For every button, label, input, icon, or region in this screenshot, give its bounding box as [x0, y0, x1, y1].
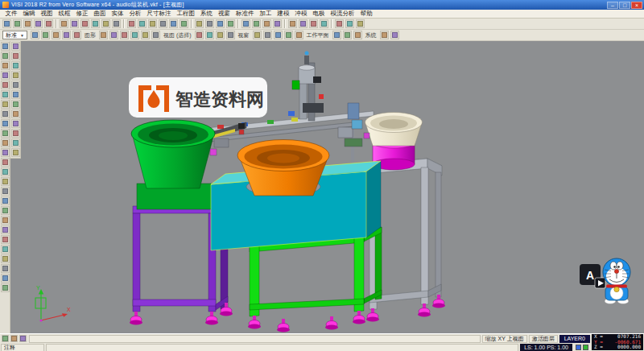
rotate-tool-icon[interactable] [1, 187, 10, 196]
calculator-icon[interactable] [335, 19, 344, 28]
paste-icon[interactable] [80, 19, 89, 28]
measure-icon[interactable] [320, 19, 328, 28]
mirror-tool-icon[interactable] [1, 167, 10, 176]
polyline-tool-icon[interactable] [1, 71, 10, 80]
undo-icon[interactable] [91, 19, 100, 28]
menu-item-15[interactable]: 冲模 [292, 10, 310, 18]
solid-shell-icon[interactable] [11, 109, 20, 118]
chamfer-tool-icon[interactable] [1, 158, 10, 167]
new-file-icon[interactable] [2, 19, 11, 28]
menu-item-11[interactable]: 视窗 [216, 10, 233, 18]
properties-tool-icon[interactable] [1, 283, 10, 292]
select-edge-icon[interactable] [120, 31, 129, 39]
status-note-field[interactable]: 注释 [1, 344, 44, 351]
print-preview-icon[interactable] [44, 19, 53, 28]
zoom-fit-icon[interactable] [148, 19, 157, 28]
system-info-icon[interactable] [353, 31, 362, 39]
menu-item-5[interactable]: 曲面 [91, 10, 109, 18]
delete-icon[interactable] [112, 19, 121, 28]
surface-loft-icon[interactable] [11, 61, 20, 70]
menu-item-14[interactable]: 建模 [275, 10, 292, 18]
pan-view-icon[interactable] [169, 19, 178, 28]
workplane-top-icon[interactable] [253, 31, 262, 39]
cad-viewport[interactable]: 智造资料网 A [10, 41, 644, 333]
fillet-tool-icon[interactable] [1, 148, 10, 157]
menu-item-18[interactable]: 帮助 [357, 10, 375, 18]
rectangle-create-icon[interactable] [72, 31, 81, 39]
window-cascade-icon[interactable] [216, 31, 225, 39]
title-bar[interactable]: VISI 2018 R2 from Vero Software x64 - au… [0, 0, 644, 10]
point-tool-icon[interactable] [1, 52, 10, 60]
copy-icon[interactable] [70, 19, 79, 28]
menu-item-4[interactable]: 修正 [73, 10, 91, 18]
zoom-in-icon[interactable] [127, 19, 136, 28]
help-icon[interactable] [356, 19, 365, 28]
close-button[interactable]: × [631, 2, 642, 9]
surface-revolve-icon[interactable] [11, 52, 20, 60]
feature-pattern-icon[interactable] [11, 129, 20, 138]
view-isometric-icon[interactable] [195, 19, 204, 28]
surface-sweep-icon[interactable] [11, 71, 20, 80]
delete-tool-icon[interactable] [1, 216, 10, 225]
entity-snap-icon[interactable] [19, 335, 27, 342]
print-icon[interactable] [34, 19, 43, 28]
group-tool-icon[interactable] [1, 274, 10, 283]
move-tool-icon[interactable] [1, 177, 10, 186]
zoom-out-icon[interactable] [138, 19, 147, 28]
select-body-icon[interactable] [130, 31, 139, 39]
workplane-icon[interactable] [288, 19, 297, 28]
workplane-custom-icon[interactable] [295, 31, 303, 39]
menu-item-16[interactable]: 电极 [310, 10, 328, 18]
workplane-front-icon[interactable] [263, 31, 272, 39]
window-quad-icon[interactable] [205, 31, 214, 39]
system-options-icon[interactable] [345, 19, 354, 28]
window-single-icon[interactable] [195, 31, 204, 39]
status-layer-value[interactable]: LAYER0 [559, 335, 590, 343]
zoom-window-icon[interactable] [159, 19, 167, 28]
view-top-icon[interactable] [205, 19, 214, 28]
system-database-icon[interactable] [343, 31, 352, 39]
hatch-tool-icon[interactable] [1, 264, 10, 273]
redo-icon[interactable] [101, 19, 110, 28]
surface-extrude-icon[interactable] [11, 42, 20, 51]
menu-item-3[interactable]: 线框 [56, 10, 73, 18]
snap-toggle-icon[interactable] [309, 19, 318, 28]
hidden-line-mode-icon[interactable] [262, 19, 271, 28]
menu-item-1[interactable]: 编辑 [20, 10, 38, 18]
rotate-view-icon[interactable] [180, 19, 188, 28]
selection-filter-icon[interactable] [141, 31, 150, 39]
toolbar-preset-select[interactable]: 标准 ▼ [2, 31, 27, 39]
view-front-icon[interactable] [216, 19, 225, 28]
minimize-button[interactable]: – [607, 2, 618, 9]
attributes-icon[interactable] [390, 31, 399, 39]
solid-boolean-icon[interactable] [11, 100, 20, 109]
analyze-draft-icon[interactable] [11, 148, 20, 157]
menu-item-2[interactable]: 视图 [38, 10, 56, 18]
ellipse-tool-icon[interactable] [1, 100, 10, 109]
arc-tool-icon[interactable] [1, 81, 10, 89]
menu-item-0[interactable]: 文件 [2, 10, 20, 18]
line-create-icon[interactable] [41, 31, 50, 39]
select-face-icon[interactable] [109, 31, 118, 39]
grid-snap-icon[interactable] [10, 335, 18, 342]
cut-icon[interactable] [60, 19, 68, 28]
line-tool-icon[interactable] [1, 61, 10, 70]
system-settings-icon[interactable] [332, 31, 341, 39]
analyze-curvature-icon[interactable] [11, 138, 20, 147]
select-arrow-icon[interactable] [1, 42, 10, 51]
menu-item-17[interactable]: 模流分析 [328, 10, 357, 18]
orange-bowl-feeder[interactable] [237, 140, 329, 196]
wireframe-mode-icon[interactable] [252, 19, 261, 28]
trim-tool-icon[interactable] [1, 129, 10, 138]
solid-cylinder-icon[interactable] [11, 90, 20, 99]
copy-tool-icon[interactable] [1, 206, 10, 215]
point-create-icon[interactable] [31, 31, 39, 39]
measure-tool-icon[interactable] [1, 235, 10, 244]
workplane-iso-icon[interactable] [284, 31, 293, 39]
solid-box-icon[interactable] [11, 81, 20, 89]
extend-tool-icon[interactable] [1, 138, 10, 147]
menu-item-7[interactable]: 分析 [126, 10, 144, 18]
menu-item-10[interactable]: 系统 [198, 10, 216, 18]
grid-toggle-icon[interactable] [299, 19, 308, 28]
spline-tool-icon[interactable] [1, 109, 10, 118]
